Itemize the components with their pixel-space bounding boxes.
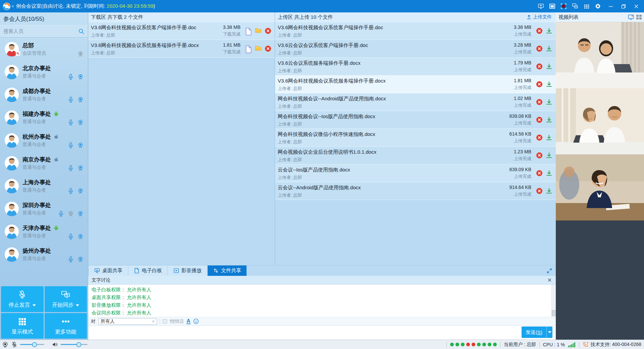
webcam-icon[interactable]	[77, 73, 84, 80]
mic-icon[interactable]	[67, 119, 74, 126]
download-icon[interactable]	[546, 134, 552, 141]
search-icon[interactable]	[78, 28, 85, 35]
upload-file-row[interactable]: 云会议--Ios版产品使用指南.docx 上传者: 总部 839.09 KB 上…	[275, 164, 556, 182]
download-icon[interactable]	[546, 116, 552, 123]
page-icon[interactable]	[245, 28, 252, 34]
upload-file-row[interactable]: 云会议--Android版产品使用指南.docx 上传者: 总部 914.64 …	[275, 182, 556, 200]
participant-row[interactable]: 南京办事处 普通与会者	[0, 152, 88, 174]
record-icon[interactable]	[560, 3, 567, 9]
message-input[interactable]	[88, 326, 556, 340]
upload-file-row[interactable]: 网会科技视频会议--Ios版产品使用指南.docx 上传者: 总部 839.08…	[275, 111, 556, 129]
mic-icon[interactable]	[67, 256, 74, 263]
scrollbar-thumb[interactable]	[552, 310, 555, 316]
title-menu-caret-icon[interactable]: ∨	[11, 4, 14, 8]
download-icon[interactable]	[546, 81, 552, 88]
delete-icon[interactable]	[536, 152, 543, 159]
close-icon[interactable]	[547, 278, 552, 283]
webcam-icon[interactable]	[77, 142, 84, 149]
participant-row[interactable]: 福建办事处 普通与会者	[0, 106, 88, 129]
delete-icon[interactable]	[536, 170, 543, 177]
webcam-disabled-icon[interactable]	[67, 210, 74, 217]
webcam-icon[interactable]	[77, 256, 84, 263]
maximize-icon[interactable]	[620, 3, 627, 9]
upload-file-row[interactable]: V3.6网会科技视频会议系统客户端操作手册.doc 上传者: 总部 3.38 M…	[275, 22, 556, 40]
participant-row[interactable]: 天津办事处 普通与会者	[0, 220, 88, 243]
close-icon[interactable]	[633, 3, 639, 9]
webcam-icon[interactable]	[77, 119, 84, 126]
expand-icon[interactable]	[546, 268, 552, 274]
more-functions-button[interactable]: 更多功能	[45, 313, 87, 339]
delete-icon[interactable]	[536, 99, 543, 105]
participant-row[interactable]: 总部 会议管理员	[0, 38, 88, 60]
webcam-icon[interactable]	[77, 96, 84, 103]
font-icon[interactable]: A	[186, 319, 191, 324]
participant-row[interactable]: 成都办事处 普通与会者	[0, 83, 88, 106]
participant-row[interactable]: 深圳办事处 普通与会者	[0, 197, 88, 220]
folder-icon[interactable]	[255, 28, 262, 34]
delete-icon[interactable]	[536, 81, 543, 88]
search-box[interactable]: 搜索人员	[0, 25, 88, 38]
mic-icon[interactable]	[67, 142, 74, 149]
send-options-caret[interactable]	[546, 327, 552, 338]
webcam-icon[interactable]	[77, 210, 84, 217]
mic-icon[interactable]	[67, 233, 74, 240]
download-icon[interactable]	[546, 28, 552, 34]
mic-muted-icon[interactable]	[11, 341, 17, 348]
stop-speaking-button[interactable]: 停止发言	[1, 286, 44, 312]
upload-file-row[interactable]: 网会科技视频会议--Android版产品使用指南.docx 上传者: 总部 1.…	[275, 93, 556, 111]
video-thumbnail-2[interactable]	[556, 88, 644, 154]
speaker-volume-slider[interactable]	[61, 344, 88, 345]
video-thumbnail-1[interactable]	[556, 22, 644, 88]
folder-icon[interactable]	[255, 45, 262, 52]
window-mode-icon[interactable]	[549, 3, 555, 9]
tab-media-play[interactable]: 影音播放	[168, 265, 207, 276]
display-mode-button[interactable]: 显示模式	[1, 313, 44, 339]
upload-file-button[interactable]: 上传文件	[526, 14, 552, 20]
webcam-icon[interactable]	[77, 233, 84, 240]
chat-scrollbar[interactable]	[551, 285, 556, 317]
participant-row[interactable]: 杭州办事处 普通与会者	[0, 129, 88, 152]
mic-icon[interactable]	[67, 73, 74, 80]
download-icon[interactable]	[546, 170, 552, 177]
download-icon[interactable]	[546, 188, 552, 194]
upload-file-row[interactable]: 网会视频会议企业后台使用说明书1.0.1.docx 上传者: 总部 1.23 M…	[275, 147, 556, 164]
delete-icon[interactable]	[536, 45, 543, 52]
delete-icon[interactable]	[536, 63, 543, 70]
delete-icon[interactable]	[536, 116, 543, 123]
send-button[interactable]: 发送(S)	[522, 327, 552, 338]
webcam-disabled-icon[interactable]	[77, 51, 84, 57]
upload-file-row[interactable]: V3.6云会议系统服务端操作手册.docx 上传者: 总部 1.79 MB 上传…	[275, 58, 556, 76]
delete-icon[interactable]	[536, 134, 543, 141]
screen-share-icon[interactable]	[572, 3, 578, 9]
apps-grid-icon[interactable]	[583, 3, 590, 9]
mic-volume-slider[interactable]	[20, 344, 44, 345]
webcam-icon[interactable]	[2, 341, 8, 348]
upload-file-row[interactable]: V3.6云会议会议系统客户端操作手册.doc 上传者: 总部 3.28 MB 上…	[275, 40, 556, 58]
upload-file-row[interactable]: 网会科技视频会议微信小程序快速指南.docx 上传者: 总部 614.58 KB…	[275, 129, 556, 147]
video-mode-icon[interactable]	[628, 14, 634, 20]
delete-icon[interactable]	[265, 45, 271, 52]
download-file-row[interactable]: V3.6网会科技视频会议系统客户端操作手册.doc 上传者: 总部 3.38 M…	[88, 22, 275, 40]
download-icon[interactable]	[546, 45, 552, 52]
mic-icon[interactable]	[67, 96, 74, 103]
participant-row[interactable]: 扬州办事处 普通与会者	[0, 243, 88, 266]
video-grid-icon[interactable]	[636, 14, 642, 20]
minimize-icon[interactable]	[607, 3, 614, 9]
download-icon[interactable]	[546, 63, 552, 70]
screen-cast-icon[interactable]	[538, 3, 544, 9]
participant-row[interactable]: 上海办事处 普通与会者	[0, 174, 88, 197]
delete-icon[interactable]	[536, 188, 543, 194]
speaker-icon[interactable]	[52, 341, 58, 348]
recipient-select[interactable]: 所有人 ∨	[98, 318, 157, 325]
upload-file-row[interactable]: V3.6网会科技视频会议系统服务端操作手册.docx 上传者: 总部 1.81 …	[275, 76, 556, 93]
download-file-row[interactable]: V3.6网会科技视频会议系统服务端操作手册.docx 上传者: 总部 1.81 …	[88, 40, 275, 58]
mic-icon[interactable]	[67, 165, 74, 171]
webcam-icon[interactable]	[77, 165, 84, 171]
download-icon[interactable]	[546, 99, 552, 105]
delete-icon[interactable]	[536, 28, 543, 34]
download-icon[interactable]	[546, 152, 552, 159]
video-thumbnail-3[interactable]	[556, 154, 644, 220]
tab-file-share[interactable]: 文件共享	[208, 265, 247, 276]
mic-icon[interactable]	[58, 210, 64, 217]
emoji-icon[interactable]	[193, 318, 199, 324]
